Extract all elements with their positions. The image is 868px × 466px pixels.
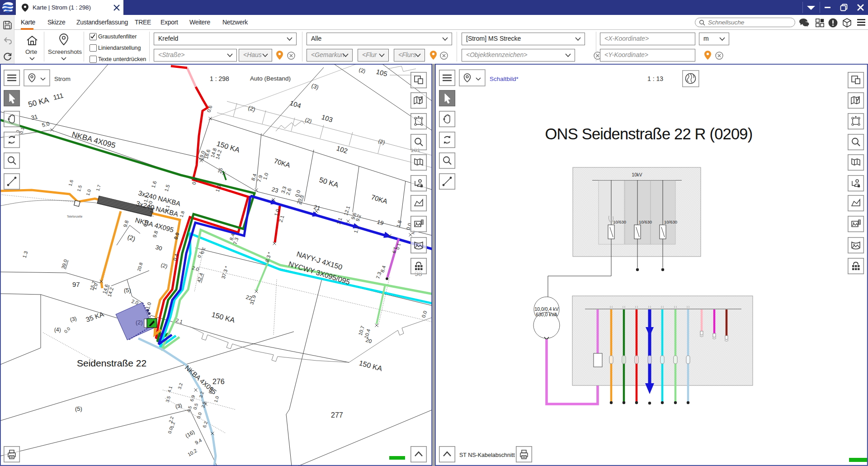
svg-text:ONS Seidenstraße 22 R (0209): ONS Seidenstraße 22 R (0209): [545, 125, 753, 143]
svg-text:Strom: Strom: [54, 76, 71, 82]
svg-text:1 : 13: 1 : 13: [647, 75, 663, 82]
svg-text:(4): (4): [54, 327, 61, 333]
svg-text:630,0 kVA: 630,0 kVA: [536, 312, 557, 317]
svg-text:(5): (5): [75, 405, 82, 412]
svg-text:97: 97: [72, 281, 80, 288]
svg-text:Auto (Bestand): Auto (Bestand): [250, 75, 291, 82]
svg-text:276: 276: [212, 378, 225, 385]
svg-text:10,0/0,4 kV: 10,0/0,4 kV: [534, 306, 558, 312]
svg-text:(5): (5): [124, 287, 131, 294]
svg-text:Telefonzelle: Telefonzelle: [67, 215, 83, 218]
svg-text:10/630: 10/630: [613, 219, 626, 224]
svg-text:277: 277: [331, 411, 343, 419]
svg-text:1 : 298: 1 : 298: [210, 75, 229, 82]
svg-text:Schaltbild*: Schaltbild*: [490, 76, 519, 82]
svg-text:10/630: 10/630: [664, 219, 677, 224]
svg-text:ST NS-Kabelabschnitt: ST NS-Kabelabschnitt: [459, 452, 515, 458]
svg-text:10kV: 10kV: [632, 172, 642, 177]
svg-text:(2): (2): [136, 319, 143, 326]
svg-text:10/630: 10/630: [639, 219, 652, 224]
svg-text:Seidenstraße 22: Seidenstraße 22: [77, 358, 146, 368]
